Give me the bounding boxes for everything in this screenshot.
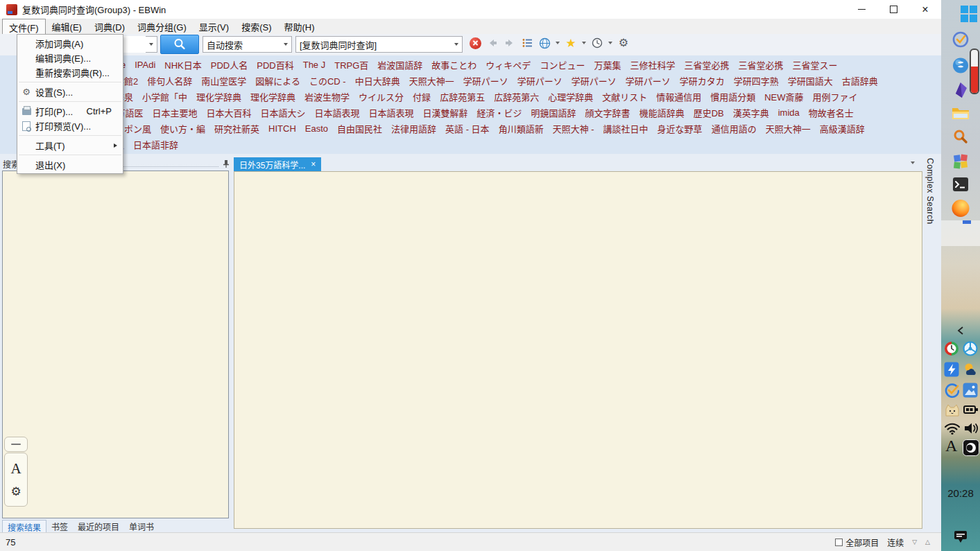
menubar-item[interactable]: 词典(D)	[88, 19, 131, 34]
dictionary-button[interactable]: 三修社科学	[630, 58, 675, 71]
dictionary-button[interactable]: 高級漢語辞	[820, 122, 865, 135]
dictionary-button[interactable]: 図解による	[255, 74, 300, 87]
scroll-down-button[interactable]: ▽	[912, 539, 917, 545]
dictionary-button[interactable]: 学研パーソ	[517, 74, 562, 87]
dictionary-button[interactable]: 日本語大シ	[261, 106, 306, 119]
web-search-button[interactable]	[538, 37, 551, 49]
steering-app-tray-button[interactable]	[963, 341, 978, 356]
volume-tray-button[interactable]	[963, 421, 979, 435]
dictionary-button[interactable]: 漢英字典	[733, 106, 769, 119]
dictionary-button[interactable]: 角川類語新	[499, 122, 544, 135]
dictionary-button[interactable]: 情報通信用	[656, 90, 701, 103]
dictionary-button[interactable]: 岩波国語辞	[377, 58, 422, 71]
dictionary-button[interactable]: ウィキペデ	[485, 58, 531, 71]
photos-app-tray-button[interactable]	[963, 383, 978, 398]
dictionary-button[interactable]: 小学館「中	[142, 90, 187, 103]
dictionary-button[interactable]: 歴史DB	[694, 106, 724, 119]
dictionary-button[interactable]: 広辞苑第五	[440, 90, 485, 103]
dictionary-button[interactable]: このCD -	[309, 74, 346, 87]
wifi-tray-button[interactable]	[944, 421, 961, 435]
firefox-button[interactable]	[952, 200, 970, 217]
dictionary-button[interactable]: 文献リスト	[602, 90, 647, 103]
dictionary-button[interactable]: 学研カタカ	[680, 74, 725, 87]
clock-widget-tray-button[interactable]	[944, 341, 959, 356]
dictionary-button[interactable]: imida	[778, 107, 800, 118]
dictionary-button[interactable]: 日本語表現	[315, 106, 360, 119]
close-button[interactable]: ×	[909, 0, 941, 19]
search-tool-button[interactable]	[952, 129, 969, 146]
tab-list-caret-icon[interactable]	[911, 161, 915, 164]
favorites-button[interactable]: ★	[565, 37, 577, 49]
dictionary-button[interactable]: 南山堂医学	[201, 74, 246, 87]
dictionary-button[interactable]: 心理学辞典	[548, 90, 593, 103]
forward-button[interactable]	[504, 37, 516, 49]
minimize-button[interactable]	[845, 0, 877, 19]
sidebar-tab[interactable]: 最近的项目	[73, 520, 124, 532]
dictionary-button[interactable]: 天照大神一	[766, 122, 811, 135]
float-widget-handle[interactable]	[4, 437, 28, 452]
dictionary-button[interactable]: 自由国民社	[337, 122, 382, 135]
dictionary-content-area[interactable]	[234, 171, 922, 529]
dictionary-button[interactable]: NEW斎藤	[764, 90, 803, 103]
dictionary-button[interactable]: 理化学辞典	[196, 90, 241, 103]
dictionary-button[interactable]: 学研四字熟	[734, 74, 779, 87]
cat-app-tray-button[interactable]	[944, 402, 961, 417]
checkbox-icon[interactable]	[835, 539, 843, 546]
dictionary-button[interactable]: ウイルス分	[359, 90, 404, 103]
tray-expand-button[interactable]	[956, 326, 965, 335]
dictionary-button[interactable]: 慣用語分類	[710, 90, 755, 103]
dictionary-button[interactable]: 三省堂必携	[738, 58, 783, 71]
dictionary-button[interactable]: 天照大神 -	[553, 122, 594, 135]
web-dropdown-caret-icon[interactable]	[556, 42, 560, 44]
dictionary-button[interactable]: 古語辞典	[842, 74, 878, 87]
file-menu-item[interactable]: 添加词典(A)	[17, 36, 123, 51]
dictionary-button[interactable]: The J	[303, 60, 326, 70]
dictionary-button[interactable]: 学研国語大	[788, 74, 833, 87]
dictionary-button[interactable]: 付録	[413, 90, 431, 103]
check-app-tray-button[interactable]	[944, 383, 959, 398]
sidebar-tab[interactable]: 书签	[46, 520, 73, 532]
menubar-item[interactable]: 显示(V)	[193, 19, 235, 34]
history-dropdown-caret-icon[interactable]	[608, 42, 612, 44]
lightning-app-tray-button[interactable]	[944, 362, 959, 377]
file-menu-item[interactable]: 工具(T)	[17, 138, 123, 152]
sidebar-tab[interactable]: 搜索结果	[2, 520, 46, 532]
dictionary-button[interactable]: 機能語辞典	[639, 106, 685, 119]
favorites-dropdown-caret-icon[interactable]	[582, 42, 586, 44]
stop-button[interactable]	[469, 37, 481, 49]
dictionary-button[interactable]: 日本語表現	[369, 106, 414, 119]
dictionary-button[interactable]: 英語 - 日本	[445, 122, 490, 135]
tab-close-icon[interactable]: ×	[311, 160, 316, 168]
file-menu-item[interactable]: 打印预览(V)...	[17, 119, 123, 133]
ime-language-button[interactable]: A	[945, 437, 957, 455]
todo-app-button[interactable]	[952, 30, 970, 49]
file-menu-item[interactable]: 打印(P)...Ctrl+P	[17, 104, 123, 119]
search-mode-select[interactable]: 自动搜索	[203, 36, 292, 53]
dictionary-button[interactable]: 研究社新英	[214, 122, 259, 135]
color-squares-app-button[interactable]	[952, 152, 970, 170]
word-list-button[interactable]	[521, 37, 533, 49]
terminal-button[interactable]	[952, 176, 969, 193]
maximize-button[interactable]	[877, 0, 909, 19]
dictionary-button[interactable]: 日本大百科	[207, 106, 252, 119]
document-tab[interactable]: 日外35万語科学... ×	[234, 157, 321, 171]
dictionary-button[interactable]: PDD人名	[211, 58, 248, 71]
dictionary-button[interactable]: 使い方・編	[160, 122, 205, 135]
menubar-item[interactable]: 编辑(E)	[46, 19, 88, 34]
file-menu-item[interactable]: 退出(X)	[17, 157, 123, 172]
font-button[interactable]: A	[10, 460, 21, 478]
battery-tray-button[interactable]	[963, 402, 979, 417]
dictionary-button[interactable]: 物故者名士	[809, 106, 854, 119]
notification-center-button[interactable]	[953, 529, 968, 544]
dictionary-button[interactable]: TRPG百	[334, 58, 368, 71]
taskbar-clock[interactable]: 20:28	[941, 487, 980, 499]
dictionary-button[interactable]: 日本主要地	[152, 106, 197, 119]
dictionary-button[interactable]: IPAdi	[135, 60, 155, 70]
dictionary-button[interactable]: 学研パーソ	[463, 74, 508, 87]
dictionary-button[interactable]: 岩波生物学	[304, 90, 350, 103]
dictionary-button[interactable]: 三省堂スー	[792, 58, 837, 71]
dictionary-button[interactable]: 日漢雙解辭	[423, 106, 468, 119]
file-menu-item[interactable]: ⚙设置(S)...	[17, 85, 123, 99]
dictionary-button[interactable]: 講談社日中	[603, 122, 648, 135]
dictionary-button[interactable]: 広辞苑第六	[494, 90, 539, 103]
